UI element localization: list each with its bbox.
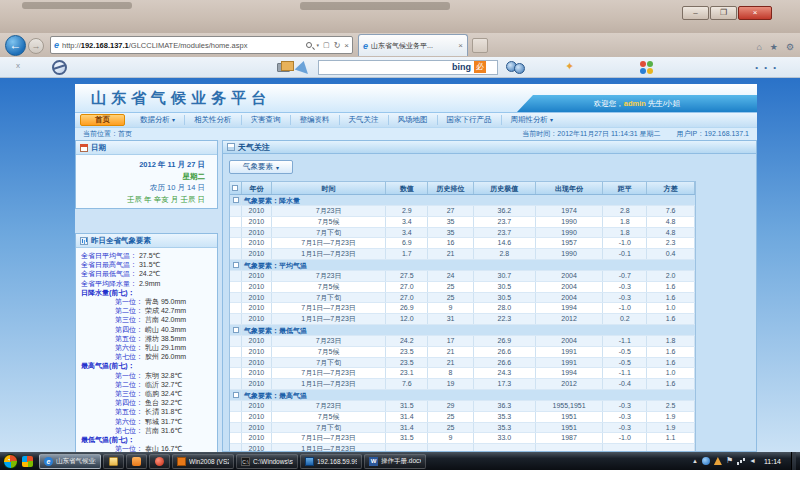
nav-item-3[interactable]: 相关性分析 <box>184 115 241 125</box>
taskbar-window-rdp[interactable]: 192.168.59.99... <box>300 454 362 469</box>
favorites-star-icon[interactable]: ★ <box>770 42 778 52</box>
compatibility-view-icon[interactable]: ▢ <box>323 41 330 49</box>
taskbar-window-folder[interactable] <box>103 454 124 469</box>
card-icon[interactable] <box>277 63 290 72</box>
checkbox-icon[interactable] <box>233 327 239 333</box>
table-row[interactable]: 20107月1日—7月23日6.91614.61957-1.02.3 <box>230 238 695 249</box>
nav-item-2[interactable]: 数据分析▾ <box>131 115 184 125</box>
taskbar-clock[interactable]: 11:14 <box>764 458 781 465</box>
table-cell: 31.4 <box>386 423 428 433</box>
network-icon[interactable] <box>737 457 745 465</box>
row-indent-cell <box>230 271 242 281</box>
taskbar-window-orange-app[interactable] <box>126 454 147 469</box>
table-row[interactable]: 20107月23日24.21726.92004-1.11.8 <box>230 336 695 347</box>
minimize-button[interactable]: – <box>682 6 709 20</box>
new-tab-button[interactable] <box>472 38 488 53</box>
table-cell: 1.6 <box>647 282 695 292</box>
start-button[interactable] <box>3 454 18 469</box>
addon-logo-icon[interactable] <box>52 60 67 75</box>
table-cell: 7月1日—7月23日 <box>272 433 387 443</box>
nav-item-label: 风场地图 <box>398 115 428 125</box>
home-icon[interactable]: ⌂ <box>756 42 761 52</box>
table-group-row[interactable]: 气象要素：最高气温 <box>230 390 695 401</box>
table-cell: 7月23日 <box>272 271 387 281</box>
chevron-down-icon[interactable]: ▾ <box>316 42 319 48</box>
table-row[interactable]: 20101月1日—7月23日 <box>230 444 695 452</box>
table-row[interactable]: 20107月1日—7月23日23.1824.31994-1.11.0 <box>230 368 695 379</box>
row-indent-cell <box>230 293 242 303</box>
table-row[interactable]: 20107月下旬31.42535.31951-0.31.9 <box>230 423 695 434</box>
volume-icon[interactable]: ◄ <box>749 457 756 465</box>
stop-icon[interactable]: × <box>344 41 349 50</box>
taskbar-window-vm[interactable]: Win2008 (VS2... <box>172 454 234 469</box>
table-cell: 30.5 <box>474 293 536 303</box>
address-bar[interactable]: e http://192.168.137.1/GLCCLIMATE/module… <box>50 36 353 54</box>
url-text[interactable]: http://192.168.137.1/GLCCLIMATE/modules/… <box>62 41 303 50</box>
table-group-row[interactable]: 气象要素：平均气温 <box>230 260 695 271</box>
nav-item-5[interactable]: 整编资料 <box>290 115 339 125</box>
toolbar-close-icon[interactable]: x <box>16 61 20 70</box>
tab-close-icon[interactable]: × <box>458 41 463 50</box>
table-cell: 25 <box>428 282 474 292</box>
taskbar-window-media[interactable] <box>149 454 170 469</box>
table-row[interactable]: 20107月下旬23.52126.61991-0.51.6 <box>230 358 695 369</box>
tools-gear-icon[interactable]: ⚙ <box>786 42 794 52</box>
table-row[interactable]: 20107月23日27.52430.72004-0.72.0 <box>230 271 695 282</box>
bing-logo[interactable]: bing 必 <box>452 61 486 73</box>
checkbox-icon[interactable] <box>233 262 239 268</box>
refresh-icon[interactable]: ↻ <box>334 41 341 50</box>
table-group-row[interactable]: 气象要素：降水量 <box>230 195 695 206</box>
host-window-titlebar: – ❐ × <box>0 0 800 33</box>
tray-alert-icon[interactable] <box>714 457 722 465</box>
nav-item-7[interactable]: 风场地图 <box>388 115 437 125</box>
group-label: 气象要素：最高气温 <box>242 390 695 400</box>
rank-value: 荣成 42.7mm <box>143 307 186 314</box>
nav-item-4[interactable]: 灾害查询 <box>241 115 290 125</box>
close-button[interactable]: × <box>738 6 772 20</box>
table-row[interactable]: 20101月1日—7月23日12.03122.320120.21.6 <box>230 314 695 325</box>
nav-item-6[interactable]: 天气关注 <box>339 115 388 125</box>
maximize-button[interactable]: ❐ <box>710 6 737 20</box>
table-row[interactable]: 20107月1日—7月23日31.5933.01987-1.01.1 <box>230 433 695 444</box>
checkbox-icon[interactable] <box>233 392 239 398</box>
browser-tab[interactable]: e 山东省气候业务平... × <box>358 34 468 56</box>
taskbar-window-ie[interactable]: e山东省气候业务平... <box>39 454 101 469</box>
table-row[interactable]: 20101月1日—7月23日7.61917.32012-0.41.6 <box>230 379 695 390</box>
table-group-row[interactable]: 气象要素：最低气温 <box>230 325 695 336</box>
search-icon[interactable] <box>306 42 312 48</box>
table-row[interactable]: 20107月5候31.42535.31951-0.31.9 <box>230 412 695 423</box>
action-center-flag-icon[interactable]: ⚑ <box>726 457 733 465</box>
bing-badge-icon: 必 <box>474 61 486 73</box>
toolbar-overflow-dots[interactable]: • • • <box>755 63 778 72</box>
checkbox-icon[interactable] <box>232 185 238 191</box>
sparkle-icon[interactable]: ✦ <box>565 60 574 73</box>
main-nav: 首页数据分析▾相关性分析灾害查询整编资料天气关注风场地图国家下行产品周期性分析▾ <box>75 112 757 127</box>
table-row[interactable]: 20101月1日—7月23日1.7212.81990-0.10.4 <box>230 249 695 260</box>
table-row[interactable]: 20107月23日2.92736.219742.87.6 <box>230 206 695 217</box>
checkbox-icon[interactable] <box>233 197 239 203</box>
binoculars-icon[interactable] <box>506 61 526 73</box>
table-row[interactable]: 20107月5候23.52126.61991-0.51.6 <box>230 347 695 358</box>
table-row[interactable]: 20107月1日—7月23日26.9928.01994-1.01.0 <box>230 303 695 314</box>
paper-plane-icon[interactable] <box>295 59 312 74</box>
tab-title[interactable]: 山东省气候业务平... <box>371 41 456 51</box>
table-row[interactable]: 20107月5候3.43523.719901.84.8 <box>230 217 695 228</box>
table-row[interactable]: 20107月23日31.52936.31955,1951-0.32.5 <box>230 401 695 412</box>
back-button[interactable]: ← <box>5 35 26 56</box>
table-row[interactable]: 20107月下旬27.02530.52004-0.31.6 <box>230 293 695 304</box>
tray-app-icon[interactable] <box>702 457 710 465</box>
taskbar-window-word[interactable]: W操作手册.docx ... <box>364 454 426 469</box>
msn-flower-icon[interactable] <box>640 61 653 74</box>
forward-button[interactable]: → <box>28 38 44 54</box>
table-row[interactable]: 20107月5候27.02530.52004-0.31.6 <box>230 282 695 293</box>
nav-item-8[interactable]: 国家下行产品 <box>437 115 501 125</box>
table-row[interactable]: 20107月下旬3.43523.719901.84.8 <box>230 228 695 239</box>
nav-item-9[interactable]: 周期性分析▾ <box>501 115 563 125</box>
element-filter-button[interactable]: 气象要素 ▾ <box>229 160 293 174</box>
show-desktop-button[interactable] <box>791 452 796 470</box>
taskbar-window-cmd[interactable]: C:\C:\Windows\sy... <box>236 454 298 469</box>
quick-launch-icon[interactable] <box>22 456 33 467</box>
show-hidden-icons-icon[interactable]: ▲ <box>692 458 698 464</box>
nav-item-1[interactable]: 首页 <box>80 114 125 126</box>
column-header-6: 出现年份 <box>536 182 604 194</box>
